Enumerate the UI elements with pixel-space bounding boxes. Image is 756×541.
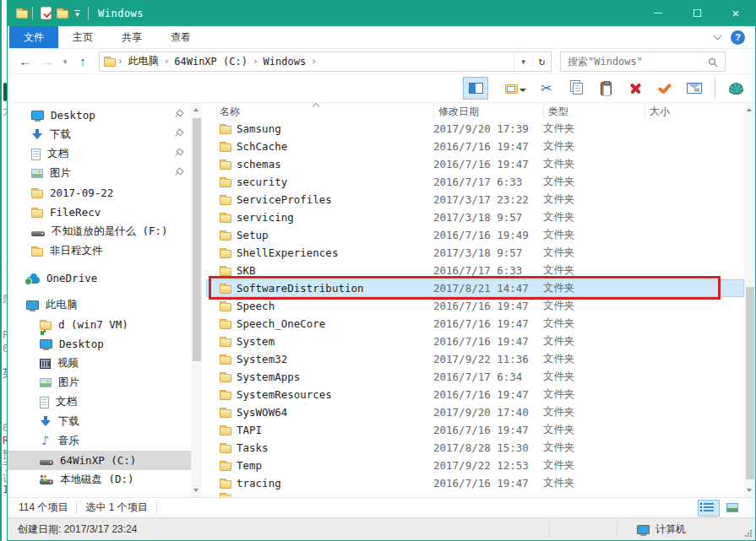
table-row-partial[interactable] — [206, 492, 744, 497]
details-view-button[interactable] — [698, 500, 720, 517]
sidebar-item[interactable]: 文档 — [8, 144, 191, 164]
sidebar-item[interactable]: 图片 — [8, 164, 191, 183]
mail-button[interactable] — [682, 77, 707, 100]
sidebar-scrollbar[interactable] — [191, 103, 202, 497]
sidebar-item[interactable]: 音乐 — [8, 431, 191, 451]
thumbnail-view-button[interactable] — [721, 500, 743, 517]
folder-icon — [220, 268, 231, 276]
search-box[interactable] — [560, 51, 726, 72]
ribbon-collapse-chevron-icon[interactable] — [714, 32, 722, 41]
table-row[interactable]: SystemResources2016/7/16 19:47文件夹 — [206, 386, 744, 403]
recent-locations-dropdown[interactable]: ▾ — [58, 57, 72, 66]
title-bar[interactable]: ▾ Windows × — [8, 0, 755, 26]
help-icon[interactable] — [731, 30, 745, 45]
breadcrumb-chevron-icon[interactable]: › — [309, 56, 318, 67]
up-button[interactable]: ↑ — [72, 54, 94, 68]
scrollbar-thumb[interactable] — [746, 287, 754, 479]
folder-options-button[interactable] — [492, 77, 530, 100]
scroll-down-icon[interactable] — [747, 489, 752, 492]
table-row[interactable]: Tasks2017/8/28 15:30文件夹 — [206, 439, 744, 457]
tab-file[interactable]: 文件 — [9, 26, 58, 48]
scroll-down-icon[interactable] — [193, 489, 199, 492]
scroll-up-icon[interactable] — [747, 108, 752, 111]
preview-pane-button[interactable] — [463, 77, 488, 100]
tab-home[interactable]: 主页 — [58, 26, 107, 48]
table-row[interactable]: security2016/7/17 6:33文件夹 — [206, 173, 744, 191]
sidebar-item[interactable]: Desktop — [8, 334, 191, 354]
breadcrumb-item[interactable]: 此电脑 — [125, 54, 162, 68]
address-bar[interactable]: ›此电脑›64WinXP (C:)›Windows› ▾ ↻ — [99, 51, 552, 72]
separator — [32, 7, 33, 20]
maximize-button[interactable] — [677, 0, 716, 26]
table-row[interactable]: Temp2017/9/22 12:53文件夹 — [206, 457, 744, 474]
column-header-type[interactable]: 类型 — [544, 103, 645, 120]
pin-wrap — [174, 148, 182, 160]
sidebar-item[interactable]: 此电脑 — [8, 295, 191, 315]
sidebar-item[interactable]: 图片 — [8, 373, 191, 392]
sidebar-item[interactable]: 2017-09-22 — [8, 183, 191, 203]
table-row[interactable]: SysWOW642017/9/20 17:40文件夹 — [206, 403, 744, 421]
table-row[interactable]: servicing2017/3/18 9:57文件夹 — [206, 208, 744, 226]
table-row[interactable]: schemas2016/7/16 19:47文件夹 — [206, 155, 744, 173]
sidebar-item[interactable]: 本地磁盘 (D:) — [8, 470, 191, 490]
delete-button[interactable] — [623, 77, 648, 100]
table-row[interactable]: System322017/9/22 11:36文件夹 — [206, 350, 744, 368]
table-row[interactable]: Setup2016/7/16 19:49文件夹 — [206, 226, 744, 244]
table-row[interactable]: Speech_OneCore2016/7/16 19:47文件夹 — [206, 315, 744, 333]
file-list-pane: 名称 修改日期 类型 大小 Samsung2017/9/20 17:39文件夹S… — [202, 103, 744, 497]
address-dropdown-chevron-icon[interactable]: ▾ — [514, 52, 532, 71]
sidebar-item[interactable]: d (win7 VM) — [8, 315, 191, 334]
table-row[interactable]: Speech2016/7/16 19:47文件夹 — [206, 297, 744, 315]
table-row[interactable]: ServiceProfiles2017/3/17 23:22文件夹 — [206, 191, 744, 208]
new-folder-qat-button[interactable] — [54, 3, 71, 24]
table-row[interactable]: ShellExperiences2017/3/18 9:57文件夹 — [206, 244, 744, 262]
breadcrumb-chevron-icon[interactable]: › — [162, 56, 171, 67]
properties-qat-button[interactable] — [37, 3, 54, 24]
breadcrumb-chevron-icon[interactable]: › — [116, 56, 125, 67]
breadcrumb-item[interactable]: 64WinXP (C:) — [171, 56, 251, 68]
confirm-button[interactable] — [652, 77, 677, 100]
sidebar-item[interactable]: 视频 — [8, 354, 191, 373]
sidebar-item[interactable]: 不知道放的是什么 (F:) — [8, 222, 191, 241]
table-row[interactable]: TAPI2016/7/16 19:47文件夹 — [206, 421, 744, 439]
sidebar-item[interactable]: 非日程文件 — [8, 241, 191, 261]
table-row[interactable]: SKB2016/7/17 6:33文件夹 — [206, 262, 744, 279]
sidebar-item[interactable]: 64WinXP (C:) — [8, 451, 191, 470]
search-icon[interactable] — [709, 58, 715, 65]
paste-button[interactable] — [593, 77, 618, 100]
sidebar-item[interactable]: 下载 — [8, 412, 191, 431]
breadcrumb-item[interactable]: Windows — [260, 56, 310, 68]
close-button[interactable]: × — [716, 0, 755, 26]
sidebar-item[interactable]: FileRecv — [8, 203, 191, 222]
search-input[interactable] — [568, 56, 709, 68]
table-row[interactable]: tracing2016/7/16 19:47文件夹 — [206, 474, 744, 492]
resize-grip[interactable] — [745, 530, 753, 538]
back-button[interactable]: ← — [14, 54, 36, 68]
tab-share[interactable]: 共享 — [107, 26, 156, 48]
table-row[interactable]: SoftwareDistribution2017/8/21 14:47文件夹 — [206, 279, 744, 297]
shell-button[interactable] — [723, 77, 748, 100]
cut-button[interactable] — [534, 77, 559, 100]
breadcrumb-chevron-icon[interactable]: › — [251, 56, 260, 67]
copy-button[interactable] — [563, 77, 589, 100]
table-row[interactable]: SystemApps2016/7/17 6:34文件夹 — [206, 368, 744, 386]
forward-button[interactable]: → — [36, 54, 58, 68]
file-list-scrollbar[interactable] — [744, 103, 755, 497]
scroll-up-icon[interactable] — [193, 108, 199, 111]
table-row[interactable]: Samsung2017/9/20 17:39文件夹 — [206, 120, 744, 138]
sidebar-item[interactable]: Desktop — [8, 105, 191, 125]
table-row[interactable]: System2016/7/16 19:47文件夹 — [206, 333, 744, 350]
refresh-icon[interactable]: ↻ — [532, 52, 551, 71]
sidebar-item[interactable]: 文档 — [8, 392, 191, 412]
tab-view[interactable]: 查看 — [156, 26, 205, 48]
scrollbar-thumb[interactable] — [193, 118, 201, 361]
sidebar-item[interactable]: OneDrive — [8, 268, 191, 288]
column-header-name[interactable]: 名称 — [206, 103, 434, 120]
column-header-size[interactable]: 大小 — [645, 103, 744, 120]
sidebar-item[interactable]: 下载 — [8, 125, 191, 144]
minimize-button[interactable] — [639, 0, 677, 26]
file-date: 2017/9/22 12:53 — [429, 459, 539, 472]
column-header-date[interactable]: 修改日期 — [434, 103, 544, 120]
qat-customize-dropdown[interactable]: ▾ — [71, 10, 84, 17]
table-row[interactable]: SchCache2016/7/16 19:47文件夹 — [206, 138, 744, 155]
